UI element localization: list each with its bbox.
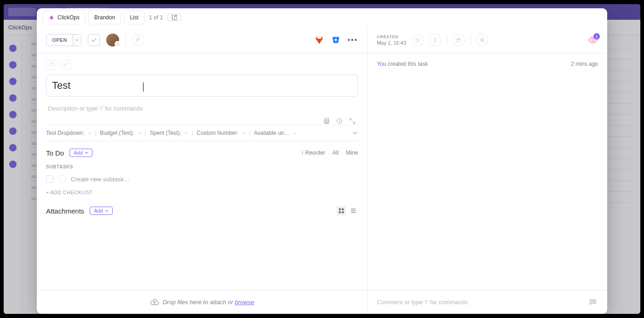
svg-rect-10 — [342, 211, 344, 213]
attachments-title: Attachments — [46, 207, 84, 215]
crumb-list[interactable]: List — [124, 11, 144, 24]
attachments-list-view[interactable] — [349, 206, 358, 215]
custom-fields-row[interactable]: Test Dropdown:–| Budget (Test):–| Spent … — [46, 125, 358, 141]
history-icon[interactable] — [336, 117, 343, 125]
print-icon[interactable] — [323, 117, 330, 125]
new-subtask-row[interactable]: Create new subtask… — [46, 173, 358, 185]
subtask-assignee-icon[interactable] — [58, 175, 66, 183]
open-new-tab-button[interactable] — [167, 14, 181, 21]
svg-point-2 — [52, 64, 52, 64]
breadcrumb: ClickOps Brandon List 1 of 1 — [42, 11, 181, 24]
todo-add-button[interactable]: Add — [69, 149, 92, 157]
task-title-text: Test — [52, 80, 352, 92]
sprint-points-button[interactable] — [476, 34, 488, 46]
svg-point-17 — [592, 39, 594, 41]
clickup-logo-icon — [48, 14, 55, 21]
send-comment-button[interactable] — [588, 297, 598, 307]
activity-time: 2 mins ago — [571, 61, 598, 67]
crumb-space[interactable]: Brandon — [88, 11, 121, 24]
filter-mine[interactable]: Mine — [346, 150, 358, 156]
time-tracked-button[interactable] — [412, 34, 424, 46]
svg-rect-8 — [342, 208, 344, 210]
add-assignee-icon[interactable] — [115, 41, 121, 47]
comment-input[interactable]: Comment or type '/' for commands — [377, 299, 583, 306]
created-meta: CREATED May 1, 15:43 — [377, 35, 406, 46]
new-subtask-placeholder: Create new subtask… — [71, 176, 130, 183]
browse-link[interactable]: browse — [235, 299, 254, 306]
add-checklist-button[interactable]: + ADD CHECKLIST — [46, 190, 358, 195]
crumb-workspace-label: ClickOps — [58, 14, 80, 21]
svg-rect-15 — [457, 38, 460, 42]
svg-rect-13 — [351, 212, 356, 213]
more-menu-button[interactable]: ••• — [347, 36, 358, 44]
dropzone[interactable]: Drop files here to attach or browse — [37, 290, 367, 314]
priority-button[interactable] — [132, 34, 144, 46]
watchers-count: 1 — [593, 33, 600, 40]
status-dropdown-icon[interactable] — [73, 35, 81, 46]
dropzone-text: Drop files here to attach or browse — [163, 299, 254, 306]
assignee-avatar[interactable] — [106, 34, 119, 46]
attachments-add-button[interactable]: Add — [90, 207, 113, 215]
filter-all[interactable]: All — [333, 150, 339, 156]
svg-rect-12 — [351, 210, 356, 211]
tags-button[interactable] — [46, 60, 56, 70]
watchers-button[interactable]: 1 — [588, 35, 598, 45]
svg-rect-3 — [325, 118, 328, 120]
expand-icon[interactable] — [349, 117, 356, 125]
svg-rect-9 — [339, 211, 341, 213]
subtask-checkbox[interactable] — [46, 175, 53, 183]
text-cursor — [143, 82, 144, 92]
svg-rect-7 — [339, 208, 341, 210]
todo-title: To Do — [46, 149, 64, 157]
crumb-workspace[interactable]: ClickOps — [42, 11, 86, 24]
activity-feed: You created this task 2 mins ago — [368, 53, 607, 290]
crumb-position: 1 of 1 — [147, 11, 165, 24]
status-label: OPEN — [46, 37, 73, 43]
svg-rect-1 — [335, 39, 337, 40]
chevron-down-icon[interactable] — [352, 130, 358, 136]
cloud-upload-icon — [150, 298, 159, 307]
gitlab-icon[interactable] — [314, 35, 324, 45]
reorder-button[interactable]: ↕ Reorder — [301, 150, 325, 156]
attachments-grid-view[interactable] — [337, 206, 346, 215]
subtasks-label: SUBTASKS — [46, 164, 358, 169]
bitbucket-icon[interactable] — [331, 35, 341, 45]
time-estimate-button[interactable] — [429, 34, 441, 46]
due-date-button[interactable] — [453, 34, 465, 46]
task-modal: ClickOps Brandon List 1 of 1 OPEN — [37, 8, 607, 314]
task-title-input[interactable]: Test — [46, 75, 358, 97]
activity-actor: You — [377, 61, 386, 67]
svg-rect-11 — [351, 208, 356, 209]
link-button[interactable] — [61, 60, 71, 70]
mark-complete-button[interactable] — [88, 34, 100, 46]
status-button[interactable]: OPEN — [46, 34, 81, 46]
